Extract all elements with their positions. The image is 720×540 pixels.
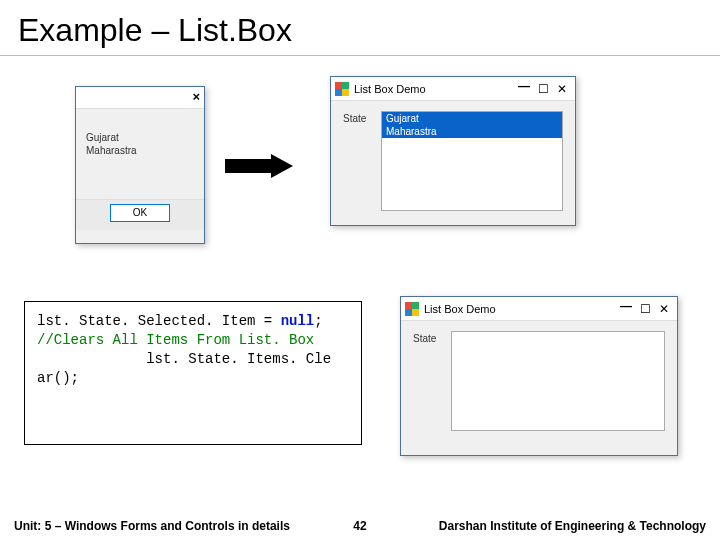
listbox-demo-window-empty: List Box Demo — ☐ ✕ State — [400, 296, 678, 456]
footer-unit: Unit: 5 – Windows Forms and Controls in … — [14, 519, 330, 533]
window-titlebar: List Box Demo — ☐ ✕ — [331, 77, 575, 101]
messagebox-window: × Gujarat Maharastra OK — [75, 86, 205, 244]
code-text: lst. State. Selected. Item = — [37, 313, 281, 329]
ok-button[interactable]: OK — [110, 204, 170, 222]
messagebox-footer: OK — [76, 199, 204, 230]
minimize-icon[interactable]: — — [518, 79, 530, 93]
footer-page-number: 42 — [330, 519, 390, 533]
list-item[interactable]: Gujarat — [382, 112, 562, 125]
slide-title: Example – List.Box — [0, 0, 720, 56]
list-item[interactable]: Maharastra — [382, 125, 562, 138]
window-body: State Gujarat Maharastra — [331, 101, 575, 221]
slide-content: × Gujarat Maharastra OK List Box Demo — … — [0, 56, 720, 496]
state-label: State — [413, 331, 443, 431]
window-body: State — [401, 321, 677, 441]
code-text: lst. State. Items. Cle — [37, 351, 331, 367]
code-keyword: null — [281, 313, 315, 329]
slide-footer: Unit: 5 – Windows Forms and Controls in … — [0, 512, 720, 540]
state-listbox[interactable] — [451, 331, 665, 431]
app-icon — [335, 82, 349, 96]
close-icon[interactable]: × — [192, 89, 200, 104]
minimize-icon[interactable]: — — [620, 299, 632, 313]
messagebox-titlebar: × — [76, 87, 204, 109]
state-listbox[interactable]: Gujarat Maharastra — [381, 111, 563, 211]
close-icon[interactable]: ✕ — [557, 82, 567, 96]
window-titlebar: List Box Demo — ☐ ✕ — [401, 297, 677, 321]
app-icon — [405, 302, 419, 316]
messagebox-body: Gujarat Maharastra — [76, 109, 204, 199]
listbox-demo-window: List Box Demo — ☐ ✕ State Gujarat Mahara… — [330, 76, 576, 226]
maximize-icon[interactable]: ☐ — [538, 82, 549, 96]
code-comment: //Clears All Items From List. Box — [37, 332, 314, 348]
code-text: ; — [314, 313, 322, 329]
code-text: ar(); — [37, 370, 79, 386]
close-icon[interactable]: ✕ — [659, 302, 669, 316]
window-title: List Box Demo — [424, 303, 620, 315]
code-snippet: lst. State. Selected. Item = null; //Cle… — [24, 301, 362, 445]
maximize-icon[interactable]: ☐ — [640, 302, 651, 316]
window-title: List Box Demo — [354, 83, 518, 95]
messagebox-text-line: Gujarat — [86, 131, 194, 144]
state-label: State — [343, 111, 373, 211]
footer-institute: Darshan Institute of Engineering & Techn… — [390, 519, 706, 533]
messagebox-text-line: Maharastra — [86, 144, 194, 157]
arrow-icon — [225, 154, 295, 178]
